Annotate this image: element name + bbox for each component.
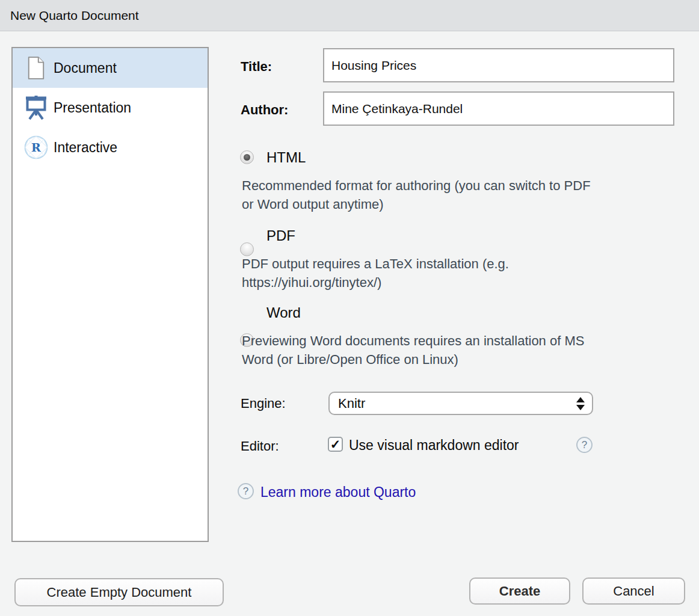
engine-label: Engine: [241,396,286,411]
presentation-icon [22,95,50,120]
sidebar-item-interactive[interactable]: R Interactive [13,128,208,167]
visual-editor-checkbox[interactable]: ✓ [328,437,343,452]
svg-text:R: R [31,141,41,154]
author-input[interactable] [323,91,674,126]
format-description-pdf: PDF output requires a LaTeX installation… [242,254,603,292]
sidebar-item-label: Interactive [54,140,117,156]
question-mark-icon: ? [243,485,248,497]
author-field-label: Author: [241,102,288,118]
shiny-r-icon: R [22,135,50,159]
select-arrows-icon [576,397,585,410]
sidebar-item-presentation[interactable]: Presentation [13,88,208,128]
document-icon [22,56,50,80]
sidebar-item-label: Document [54,60,117,76]
editor-label: Editor: [241,439,279,454]
visual-editor-checkbox-label: Use visual markdown editor [349,437,519,454]
format-radio-html[interactable] [240,150,254,164]
sidebar-item-label: Presentation [54,100,131,116]
sidebar-item-document[interactable]: Document [13,48,208,88]
editor-help-icon[interactable]: ? [576,437,593,453]
title-input[interactable] [323,48,674,82]
create-empty-document-button-label: Create Empty Document [47,585,192,600]
template-sidebar: Document Presentation R Interactive [11,47,209,542]
checkmark-icon: ✓ [330,438,341,451]
learn-more-link[interactable]: Learn more about Quarto [260,484,416,500]
create-button[interactable]: Create [469,578,570,605]
format-label-html: HTML [266,149,306,166]
format-label-word: Word [266,304,301,321]
create-button-label: Create [499,584,540,599]
engine-select[interactable]: Knitr [328,392,593,415]
question-mark-icon: ? [582,439,587,451]
format-description-word: Previewing Word documents requires an in… [242,331,603,369]
engine-selected-value: Knitr [338,396,576,411]
create-empty-document-button[interactable]: Create Empty Document [14,578,224,606]
dialog-title-bar: New Quarto Document [0,0,699,31]
cancel-button[interactable]: Cancel [582,578,685,605]
dialog-title: New Quarto Document [10,8,139,23]
format-description-html: Recommended format for authoring (you ca… [242,176,603,214]
learn-more-help-icon[interactable]: ? [238,483,254,499]
cancel-button-label: Cancel [613,584,654,599]
title-field-label: Title: [241,59,272,75]
format-label-pdf: PDF [266,227,295,244]
